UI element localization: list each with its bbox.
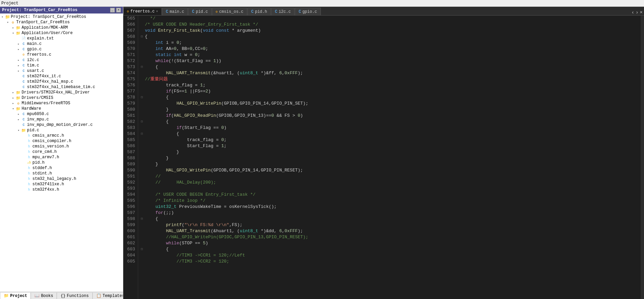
editor-tab-cmsis_os[interactable]: ⚙cmsis_os.c — [212, 8, 247, 15]
tree-expander-31[interactable] — [22, 176, 26, 181]
tree-item-13[interactable]: Cstm32f4xx_hal_msp.c — [0, 79, 123, 84]
editor-tab-gpio[interactable]: Cgpio.c — [295, 8, 320, 15]
tree-item-4[interactable]: ▾📁Application/User/Core — [0, 30, 123, 36]
code-segment — [145, 125, 177, 131]
fold-603[interactable]: ⊟ — [141, 246, 145, 252]
editor-tab-main[interactable]: Cmain.c — [162, 8, 188, 15]
tree-expander-7[interactable]: ▸ — [16, 47, 21, 52]
tree-item-10[interactable]: ▸Ctim.c — [0, 63, 123, 68]
tree-expander-27[interactable] — [22, 155, 26, 160]
tree-expander-2[interactable]: ▾ — [5, 20, 10, 25]
tree-expander-33[interactable] — [22, 187, 26, 192]
tree-item-23[interactable]: hcmsis_armcc.h — [0, 133, 123, 138]
close-all-btn[interactable]: × — [640, 10, 643, 15]
fold-598[interactable]: ⊟ — [141, 216, 145, 222]
tree-item-25[interactable]: hcmsis_version.h — [0, 144, 123, 149]
editor-tab-pid_h[interactable]: Cpid.h — [248, 8, 271, 15]
tree-expander-18[interactable]: ▾ — [11, 106, 16, 111]
fold-584[interactable]: ⊟ — [141, 131, 145, 137]
tree-item-5[interactable]: 📄explain.txt — [0, 36, 123, 41]
editor-tab-icon-freertos: ⚙ — [127, 9, 129, 14]
left-tab-project[interactable]: 📁Project — [0, 292, 31, 299]
scroll-right-btn[interactable]: › — [636, 10, 638, 15]
tree-item-20[interactable]: ▸Cinv_mpu.c — [0, 117, 123, 122]
left-tab-templates[interactable]: 📋Templates — [93, 292, 123, 299]
editor-area[interactable]: 5655665675685695705715725735745755765775… — [123, 16, 644, 299]
tree-expander-25[interactable] — [22, 144, 26, 149]
tree-expander-22[interactable]: ▾ — [16, 128, 21, 133]
editor-scrollbar[interactable] — [641, 16, 644, 299]
tree-expander-11[interactable]: ▸ — [16, 69, 21, 73]
tree-item-21[interactable]: Cinv_mpu_dmp_motion_driver.c — [0, 122, 123, 128]
tree-expander-28[interactable] — [22, 160, 26, 165]
tree-expander-12[interactable] — [16, 74, 21, 79]
tree-expander-6[interactable]: ▸ — [16, 42, 21, 46]
code-segment: ; — [179, 40, 182, 46]
tree-expander-9[interactable]: ▸ — [16, 58, 21, 62]
tree-item-27[interactable]: hmpu_armv7.h — [0, 155, 123, 160]
tree-item-14[interactable]: Cstm32f4xx_hal_timebase_tim.c — [0, 84, 123, 90]
tree-icon-10: C — [21, 63, 26, 68]
code-segment: 1 — [221, 143, 224, 149]
fold-582[interactable]: ⊟ — [141, 119, 145, 125]
tree-item-26[interactable]: hcore_cm4.h — [0, 149, 123, 155]
tree-expander-17[interactable]: ▸ — [11, 101, 16, 106]
tree-item-9[interactable]: ▸Ci2c.c — [0, 57, 123, 63]
tree-item-22[interactable]: ▾📁pid.c — [0, 128, 123, 133]
left-tab-books[interactable]: 📖Books — [31, 292, 57, 299]
code-segment: * argument) — [229, 28, 261, 34]
tree-item-12[interactable]: Cstm32f4xx_it.c — [0, 74, 123, 79]
tree-item-16[interactable]: ▸📁Drivers/CMSIS — [0, 95, 123, 101]
tree-expander-29[interactable] — [22, 166, 26, 170]
editor-tab-i2c[interactable]: Ci2c.c — [271, 8, 294, 15]
tree-item-29[interactable]: hstddef.h — [0, 165, 123, 171]
tree-item-32[interactable]: hstm32f411xe.h — [0, 182, 123, 187]
code-line-566: /* USER CODE END Header_Entry_First_task… — [141, 22, 641, 28]
tree-expander-5[interactable] — [16, 36, 21, 41]
tree-expander-21[interactable] — [16, 123, 21, 127]
panel-close-btn[interactable]: × — [116, 8, 121, 12]
tree-item-31[interactable]: hstm32_hal_legacy.h — [0, 176, 123, 182]
tree-item-18[interactable]: ▾📁HardWare — [0, 106, 123, 111]
tree-expander-26[interactable] — [22, 150, 26, 154]
tree-expander-4[interactable]: ▾ — [11, 31, 16, 35]
tree-expander-30[interactable] — [22, 171, 26, 176]
tree-expander-20[interactable]: ▸ — [16, 117, 21, 122]
panel-minimize-btn[interactable]: _ — [110, 8, 115, 12]
tree-item-7[interactable]: ▸Cgpio.c — [0, 47, 123, 52]
tree-item-11[interactable]: ▸Cusart.c — [0, 68, 123, 74]
project-tree[interactable]: ▾📁Project: TranSport_Car_FreeRtos▾⚙TranS… — [0, 13, 123, 292]
tree-expander-15[interactable]: ▸ — [11, 90, 16, 95]
tree-expander-23[interactable] — [22, 133, 26, 138]
tree-item-24[interactable]: hcmsis_compiler.h — [0, 138, 123, 144]
tree-item-15[interactable]: ▸📁Drivers/STM32F4xx_HAL_Driver — [0, 90, 123, 95]
tree-expander-3[interactable]: ▸ — [11, 25, 16, 30]
tree-item-8[interactable]: ⚙freertos.c — [0, 52, 123, 57]
tree-item-1[interactable]: ▾📁Project: TranSport_Car_FreeRtos — [0, 14, 123, 20]
tree-expander-32[interactable] — [22, 182, 26, 187]
editor-tab-freertos[interactable]: ⚙freertos.c× — [123, 8, 162, 15]
left-tab-functions[interactable]: {}Functions — [57, 292, 92, 299]
tree-item-3[interactable]: ▸📁Application/MDK-ARM — [0, 25, 123, 30]
tree-expander-16[interactable]: ▸ — [11, 96, 16, 100]
tree-item-19[interactable]: ▸Cmpu6050.c — [0, 111, 123, 117]
tree-expander-19[interactable]: ▸ — [16, 112, 21, 116]
tree-item-33[interactable]: hstm32f4xx.h — [0, 187, 123, 192]
tree-expander-8[interactable] — [16, 52, 21, 57]
tree-expander-24[interactable] — [22, 139, 26, 143]
tree-item-17[interactable]: ▸⚙Middlewares/FreeRTOS — [0, 101, 123, 106]
fold-568[interactable]: ⊟ — [141, 34, 145, 40]
tree-expander-10[interactable]: ▸ — [16, 63, 21, 68]
scroll-left-btn[interactable]: ‹ — [632, 10, 634, 15]
fold-578[interactable]: ⊟ — [141, 94, 145, 101]
fold-573[interactable]: ⊟ — [141, 64, 145, 70]
tree-item-2[interactable]: ▾⚙TranSport_Car_FreeRtos — [0, 20, 123, 25]
tree-expander-14[interactable] — [16, 85, 21, 89]
tree-item-6[interactable]: ▸Cmain.c — [0, 41, 123, 47]
tree-item-28[interactable]: ⚠hpid.h — [0, 160, 123, 165]
tree-expander-1[interactable]: ▾ — [0, 15, 5, 19]
editor-tab-close-freertos[interactable]: × — [156, 10, 158, 13]
tree-item-30[interactable]: hstdint.h — [0, 171, 123, 176]
editor-tab-pid[interactable]: Cpid.c — [188, 8, 211, 15]
tree-expander-13[interactable] — [16, 79, 21, 84]
